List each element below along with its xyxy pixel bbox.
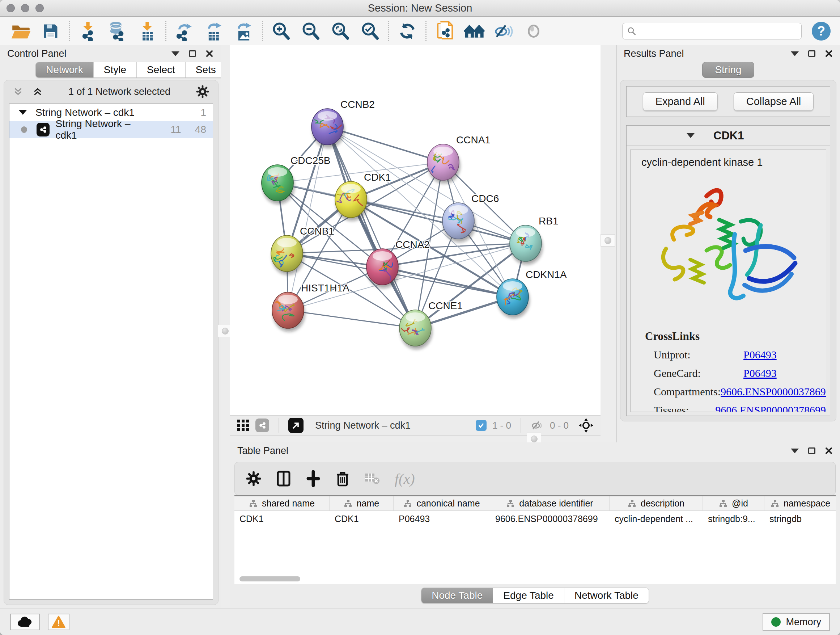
column-header-database-identifier[interactable]: database identifier [490, 496, 609, 510]
zoom-in-button[interactable] [270, 19, 293, 43]
node-CCNA1[interactable]: CCNA1 [423, 134, 491, 184]
node-CCNE1[interactable]: CCNE1 [398, 300, 463, 349]
string-network-graph[interactable]: CCNB2CCNA1CDC25BCDK1CDC6RB1CCNB1CCNA2CDK… [230, 45, 600, 415]
export-table-button[interactable] [202, 19, 226, 43]
edge-CCNA2-CDKN1A[interactable] [382, 267, 513, 297]
expand-all-button[interactable]: Expand All [643, 92, 718, 111]
crosslink-link[interactable]: 9606.ENSP00000378699 [715, 404, 826, 412]
entry-expander-icon[interactable] [687, 133, 695, 138]
expand-all-icon[interactable] [32, 86, 43, 97]
node-CCNB1[interactable]: CCNB1 [270, 226, 334, 275]
export-image-button[interactable] [232, 19, 256, 43]
import-table-file-button[interactable] [136, 19, 159, 43]
hide-panels-button[interactable] [493, 19, 515, 43]
horizontal-scrollbar[interactable] [240, 576, 300, 581]
column-header-description[interactable]: description [609, 496, 703, 510]
search-input[interactable] [639, 25, 797, 36]
column-header-id[interactable]: @id [703, 496, 764, 510]
cell-database-identifier[interactable]: 9606.ENSP00000378699 [490, 514, 609, 524]
show-eye-button[interactable] [522, 19, 545, 43]
edge-CCNB2-CCNE1[interactable] [327, 127, 415, 328]
export-image-icon [234, 21, 254, 41]
panel-menu-icon[interactable] [172, 51, 180, 56]
network-mode-icon[interactable] [256, 418, 269, 432]
edge-CCNE1-HIST1H1A[interactable] [288, 310, 415, 328]
export-network-button[interactable] [173, 19, 196, 43]
cloud-status-button[interactable] [10, 614, 40, 630]
import-network-file-button[interactable] [76, 19, 99, 43]
import-network-database-button[interactable] [106, 19, 129, 43]
close-panel-icon[interactable] [205, 50, 213, 57]
node-RB1[interactable]: RB1 [510, 215, 558, 264]
tab-select[interactable]: Select [136, 62, 185, 78]
right-splitter-handle[interactable] [600, 234, 615, 247]
node-CCNA2[interactable]: CCNA2 [366, 239, 430, 288]
cell-namespace[interactable]: stringdb [764, 514, 836, 524]
tab-network[interactable]: Network [36, 62, 93, 78]
float-panel-icon[interactable] [808, 448, 815, 454]
collapse-all-button[interactable]: Collapse All [734, 92, 814, 111]
save-session-button[interactable] [39, 19, 62, 43]
column-header-name[interactable]: name [330, 496, 393, 510]
node-CDK1[interactable]: CDK1 [333, 172, 391, 221]
horizontal-splitter[interactable] [230, 435, 600, 442]
edge-RB1-HIST1H1A[interactable] [288, 243, 526, 310]
column-header-namespace[interactable]: namespace [764, 496, 836, 510]
panel-menu-icon[interactable] [791, 51, 799, 56]
cell-description[interactable]: cyclin-dependent ... [609, 514, 703, 524]
close-panel-icon[interactable] [825, 447, 833, 455]
collapse-all-icon[interactable] [13, 86, 24, 97]
close-panel-icon[interactable] [825, 50, 833, 57]
crosslink-link[interactable]: P06493 [744, 348, 777, 361]
cell-canonical-name[interactable]: P06493 [393, 514, 490, 524]
node-CDC25B[interactable]: CDC25B [262, 155, 330, 204]
crosslink-link[interactable]: 9606.ENSP00000378699 [721, 386, 826, 398]
cell-shared-name[interactable]: CDK1 [234, 514, 330, 524]
table-settings-gear-icon[interactable] [246, 470, 262, 486]
cell-id[interactable]: stringdb:9... [703, 514, 764, 524]
cdk1-entry-header[interactable]: CDK1 [627, 126, 830, 146]
tree-expander-icon[interactable] [19, 110, 27, 115]
fit-selected-icon[interactable] [578, 417, 594, 433]
node-HIST1H1A[interactable]: HIST1H1A [272, 282, 349, 332]
delete-column-trash-icon[interactable] [335, 470, 350, 487]
refresh-button[interactable] [396, 19, 419, 43]
right-splitter[interactable] [600, 45, 616, 442]
home-button[interactable] [463, 19, 486, 43]
edge-CCNB2-CCNA1[interactable] [327, 127, 443, 162]
cell-name[interactable]: CDK1 [330, 514, 393, 524]
tab-sets[interactable]: Sets [185, 62, 226, 78]
string-import-button[interactable] [433, 19, 456, 43]
open-session-button[interactable] [9, 19, 33, 43]
show-columns-icon[interactable] [276, 470, 291, 487]
zoom-fit-button[interactable] [329, 19, 352, 43]
crosslink-link[interactable]: P06493 [744, 367, 777, 379]
left-splitter[interactable] [221, 45, 230, 608]
add-column-icon[interactable] [306, 470, 321, 487]
float-panel-icon[interactable] [808, 50, 815, 57]
network-view-canvas[interactable]: CCNB2CCNA1CDC25BCDK1CDC6RB1CCNB1CCNA2CDK… [230, 45, 600, 415]
help-button[interactable]: ? [812, 22, 831, 41]
table-row[interactable]: CDK1 CDK1 P06493 9606.ENSP00000378699 cy… [234, 511, 836, 527]
grid-mode-icon[interactable] [237, 419, 249, 432]
column-header-shared-name[interactable]: shared name [234, 496, 330, 510]
tab-node-table[interactable]: Node Table [422, 588, 493, 603]
float-panel-icon[interactable] [189, 50, 196, 57]
gear-icon[interactable] [196, 85, 210, 98]
birdseye-toggle-icon[interactable] [288, 418, 303, 433]
tab-network-table[interactable]: Network Table [564, 588, 649, 603]
tab-style[interactable]: Style [93, 62, 136, 78]
warnings-button[interactable] [48, 614, 69, 630]
tab-string[interactable]: String [702, 62, 754, 78]
selected-checkbox[interactable] [476, 420, 486, 431]
node-CDKN1A[interactable]: CDKN1A [497, 269, 567, 318]
crosslink-row: Uniprot: P06493 [645, 348, 826, 361]
memory-button[interactable]: Memory [763, 613, 830, 631]
zoom-out-button[interactable] [299, 19, 322, 43]
column-header-canonical-name[interactable]: canonical name [393, 496, 490, 510]
network-row[interactable]: String Network – cdk1 11 48 [9, 121, 213, 138]
tab-edge-table[interactable]: Edge Table [493, 588, 564, 603]
panel-menu-icon[interactable] [791, 448, 799, 453]
zoom-selected-button[interactable] [358, 19, 382, 43]
edge-CDC6-CDC25B[interactable] [278, 183, 458, 221]
